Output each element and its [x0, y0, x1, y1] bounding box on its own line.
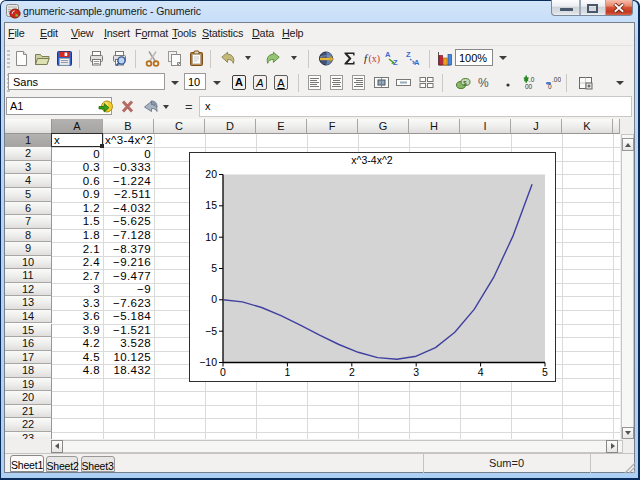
svg-text:%: % [478, 76, 489, 90]
svg-text:00: 00 [525, 83, 533, 90]
svg-text:−10: −10 [199, 356, 217, 368]
svg-text:5: 5 [211, 262, 217, 274]
svg-text:0: 0 [548, 83, 552, 90]
svg-text:20: 20 [205, 168, 217, 180]
svg-text:3: 3 [413, 366, 419, 378]
svg-text:10: 10 [205, 231, 217, 243]
svg-text:−5: −5 [205, 325, 217, 337]
svg-text:.0: .0 [529, 76, 535, 83]
svg-text:Z: Z [406, 50, 411, 59]
svg-text:2: 2 [349, 366, 355, 378]
svg-text:x^3-4x^2: x^3-4x^2 [351, 154, 393, 166]
svg-text:15: 15 [205, 199, 217, 211]
svg-text:1: 1 [284, 366, 290, 378]
svg-text:A: A [385, 50, 391, 59]
svg-text:0: 0 [220, 366, 226, 378]
svg-text:4: 4 [478, 366, 484, 378]
svg-text:.00: .00 [552, 76, 561, 83]
svg-text:5: 5 [542, 366, 548, 378]
svg-text:0: 0 [211, 293, 217, 305]
svg-text:A: A [414, 58, 420, 67]
svg-text:(x): (x) [369, 53, 381, 65]
